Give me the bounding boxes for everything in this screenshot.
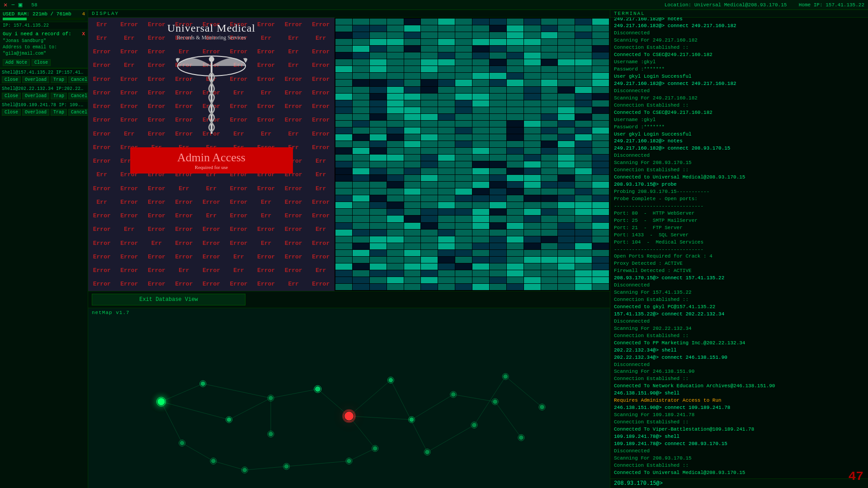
shell3-overload-btn[interactable]: Overload: [22, 109, 49, 116]
site-title: Universal Medical: [167, 22, 255, 34]
admin-access-title: Admin Access: [134, 151, 289, 164]
ram-label: USED RAM: 221mb / 761mb: [3, 11, 71, 17]
shell-title-2: Shell@202.22.132.34 IP:202.22.132.34: [2, 86, 86, 91]
shell3-cancel-btn[interactable]: Cancel: [68, 109, 88, 116]
shell1-close-btn[interactable]: Close: [2, 76, 21, 83]
shell-btns-1: Close Overload Trap Cancel: [2, 76, 86, 83]
shell-title-3: Shell@109.189.241.78 IP: 109.189.241.78: [2, 103, 86, 108]
note-close-btn[interactable]: X: [82, 31, 85, 37]
netmap-label: netMap v1.7: [92, 310, 130, 315]
minimize-icon[interactable]: −: [11, 1, 14, 9]
medical-site: ErrErrorErrorErrorErrorErrorErrorErrorEr…: [88, 18, 335, 291]
ram-fill: [3, 18, 27, 20]
hack-logo: 47: [848, 469, 863, 483]
terminal-content: Target Port running incompatible service…: [610, 18, 868, 479]
site-overlay: Universal Medical Records & Monitoring S…: [93, 22, 330, 174]
shell2-trap-btn[interactable]: Trap: [51, 93, 67, 99]
shell-btns-3: Close Overload Trap Cancel: [2, 109, 86, 116]
middle-panel: DISPLAY ErrErrorErrorErrorErrorErrorErro…: [88, 10, 610, 488]
shell2-overload-btn[interactable]: Overload: [22, 93, 49, 99]
close-icon[interactable]: ✕: [4, 1, 7, 9]
note-body: "Jonas Sandburg" Address to email to: "g…: [3, 38, 85, 57]
shell-block-1: Shell@157.41.135.22 IP:157.41.135.22 Clo…: [0, 68, 88, 84]
terminal-prompt: 208.93.170.15@>: [614, 480, 663, 487]
right-panel: TERMINAL Target Port running incompatibl…: [610, 10, 868, 488]
ip-display: IP: 157.41.135.22: [3, 23, 49, 28]
terminal-input-row: 208.93.170.15@>: [610, 479, 868, 488]
ram-section: USED RAM: 221mb / 761mb 4: [0, 10, 88, 22]
pixel-grid: [335, 18, 610, 291]
svg-point-2: [209, 56, 214, 62]
shell2-cancel-btn[interactable]: Cancel: [68, 93, 88, 99]
note-buttons: Add Note Close: [3, 59, 85, 66]
shell3-trap-btn[interactable]: Trap: [51, 109, 67, 116]
shell1-cancel-btn[interactable]: Cancel: [68, 76, 88, 83]
shell-title-1: Shell@157.41.135.22 IP:157.41.135.22: [2, 70, 86, 75]
top-bar-left: ✕ − ▣ 58: [4, 1, 37, 9]
shell1-trap-btn[interactable]: Trap: [51, 76, 67, 83]
add-note-button[interactable]: Add Note: [3, 59, 30, 66]
timer-display: 58: [31, 2, 37, 8]
note-section: X Guy i need a record of: "Jonas Sandbur…: [0, 29, 88, 68]
shell-block-3: Shell@109.189.241.78 IP: 109.189.241.78 …: [0, 101, 88, 117]
display-label: DISPLAY: [88, 10, 610, 18]
connections-count: 4: [82, 11, 85, 17]
shell-block-2: Shell@202.22.132.34 IP:202.22.132.34 Clo…: [0, 84, 88, 101]
top-bar: ✕ − ▣ 58 Location: Universal Medical@208…: [0, 0, 868, 10]
display-content: ErrErrorErrorErrorErrorErrorErrorErrorEr…: [88, 18, 610, 291]
ip-section: IP: 157.41.135.22: [0, 22, 88, 29]
ram-bar: [3, 18, 85, 20]
netmap-section: netMap v1.7: [88, 308, 610, 488]
display-section: DISPLAY ErrErrorErrorErrorErrorErrorErro…: [88, 10, 610, 308]
site-subtitle: Records & Monitoring Services: [167, 34, 255, 41]
admin-access-bar[interactable]: Admin Access Required for use: [130, 147, 293, 174]
admin-access-subtitle: Required for use: [134, 164, 289, 170]
location-display: Location: Universal Medical@208.93.170.1…: [665, 2, 787, 8]
shell-btns-2: Close Overload Trap Cancel: [2, 93, 86, 99]
close-note-button[interactable]: Close: [32, 59, 51, 66]
shell1-overload-btn[interactable]: Overload: [22, 76, 49, 83]
shell2-close-btn[interactable]: Close: [2, 93, 21, 99]
exit-db-button[interactable]: Exit Database View: [92, 294, 245, 305]
note-title: Guy i need a record of:: [3, 31, 85, 37]
terminal-label: TERMINAL: [610, 10, 868, 18]
caduceus-icon: [175, 46, 248, 138]
app-icon: ▣: [19, 1, 22, 9]
terminal-input[interactable]: [665, 480, 864, 487]
shell3-close-btn[interactable]: Close: [2, 109, 21, 116]
left-panel: USED RAM: 221mb / 761mb 4 IP: 157.41.135…: [0, 10, 88, 488]
exit-db-section: Exit Database View: [88, 291, 610, 308]
netmap-canvas: [88, 308, 610, 488]
site-header: Universal Medical Records & Monitoring S…: [167, 22, 255, 41]
top-bar-right: Location: Universal Medical@208.93.170.1…: [665, 2, 864, 8]
home-ip-display: Home IP: 157.41.135.22: [799, 2, 864, 8]
